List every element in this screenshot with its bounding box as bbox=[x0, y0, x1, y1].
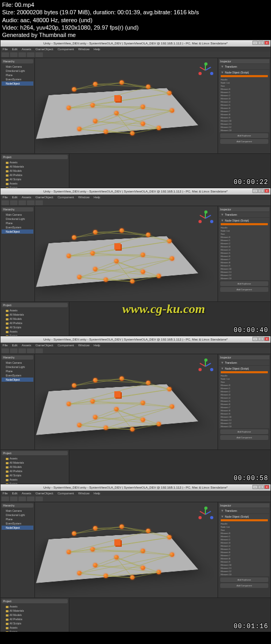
menu-gameobject[interactable]: GameObject bbox=[35, 344, 53, 347]
expand-icon[interactable]: ▼ bbox=[221, 515, 224, 518]
move-tool[interactable] bbox=[10, 496, 17, 501]
project-tab[interactable]: Project bbox=[2, 451, 68, 455]
orientation-gizmo[interactable] bbox=[197, 210, 213, 226]
folder-item[interactable]: Assets bbox=[2, 604, 68, 609]
folder-item[interactable]: All Materials bbox=[2, 164, 68, 169]
inspector-tab[interactable]: Inspector bbox=[219, 503, 269, 508]
menu-help[interactable]: Help bbox=[94, 196, 100, 199]
folder-item[interactable]: All Scripts bbox=[2, 325, 68, 329]
property-row[interactable]: Element 13 bbox=[220, 425, 269, 428]
menu-edit[interactable]: Edit bbox=[12, 344, 17, 347]
hand-tool[interactable] bbox=[2, 348, 9, 353]
folder-item[interactable]: All Scripts bbox=[2, 621, 68, 625]
rotate-tool[interactable] bbox=[19, 348, 26, 353]
folder-item[interactable]: All Scripts bbox=[2, 473, 68, 477]
hierarchy-item[interactable]: EventSystem bbox=[2, 77, 33, 81]
hierarchy-tab[interactable]: Hierarchy bbox=[2, 59, 33, 63]
center-cube[interactable] bbox=[114, 391, 121, 398]
menu-component[interactable]: Component bbox=[58, 344, 74, 347]
maximize-button[interactable]: □ bbox=[258, 337, 264, 341]
project-tab[interactable]: Project bbox=[2, 303, 68, 307]
scale-tool[interactable] bbox=[27, 52, 34, 57]
hierarchy-tab[interactable]: Hierarchy bbox=[2, 355, 33, 360]
menu-assets[interactable]: Assets bbox=[22, 492, 31, 495]
add-component-button[interactable]: Add Component bbox=[220, 583, 268, 588]
menu-help[interactable]: Help bbox=[94, 48, 100, 51]
hierarchy-item[interactable]: Directional Light bbox=[2, 365, 33, 369]
menu-file[interactable]: File bbox=[3, 48, 8, 51]
folder-item[interactable]: All Materials bbox=[2, 461, 68, 465]
folder-item[interactable]: All Materials bbox=[2, 312, 68, 317]
hierarchy-item-selected[interactable]: NodeObject bbox=[2, 378, 33, 382]
scene-view[interactable] bbox=[35, 354, 218, 449]
minimize-button[interactable]: - bbox=[252, 485, 258, 489]
close-button[interactable]: × bbox=[264, 41, 269, 45]
center-cube[interactable] bbox=[114, 95, 121, 102]
add-component-button[interactable]: Add Component bbox=[220, 139, 268, 144]
menu-file[interactable]: File bbox=[3, 344, 8, 347]
scale-tool[interactable] bbox=[27, 496, 34, 501]
folder-item[interactable]: All Prefabs bbox=[2, 173, 68, 177]
rect-tool[interactable] bbox=[35, 52, 43, 57]
folder-item[interactable]: Assets bbox=[2, 477, 68, 482]
close-button[interactable]: × bbox=[264, 485, 269, 489]
menu-file[interactable]: File bbox=[3, 492, 8, 495]
menu-gameobject[interactable]: GameObject bbox=[35, 492, 53, 495]
scene-view[interactable] bbox=[35, 502, 218, 597]
menu-edit[interactable]: Edit bbox=[12, 492, 17, 495]
menu-help[interactable]: Help bbox=[94, 492, 100, 495]
hierarchy-tab[interactable]: Hierarchy bbox=[2, 503, 33, 508]
menu-component[interactable]: Component bbox=[58, 48, 74, 51]
hierarchy-item[interactable]: Plane bbox=[2, 517, 33, 521]
inspector-tab[interactable]: Inspector bbox=[219, 59, 269, 63]
hierarchy-item[interactable]: EventSystem bbox=[2, 225, 33, 229]
expand-icon[interactable]: ▼ bbox=[221, 213, 224, 216]
hierarchy-item[interactable]: EventSystem bbox=[2, 521, 33, 526]
menu-assets[interactable]: Assets bbox=[22, 344, 31, 347]
add-component-button[interactable]: Add Component bbox=[220, 287, 268, 292]
hierarchy-item[interactable]: Main Camera bbox=[2, 509, 33, 513]
hierarchy-item[interactable]: Plane bbox=[2, 73, 33, 77]
close-button[interactable]: × bbox=[264, 337, 269, 341]
folder-item[interactable]: Scripts bbox=[2, 630, 68, 632]
folder-item[interactable]: All Models bbox=[2, 613, 68, 617]
hierarchy-item[interactable]: Plane bbox=[2, 221, 33, 225]
folder-item[interactable]: All Models bbox=[2, 169, 68, 173]
expand-icon[interactable]: ▼ bbox=[221, 219, 224, 222]
menu-file[interactable]: File bbox=[3, 196, 8, 199]
center-cube[interactable] bbox=[114, 243, 121, 250]
add-keyframe-button[interactable]: Add Keyframe bbox=[220, 133, 268, 138]
folder-item[interactable]: Assets bbox=[2, 625, 68, 630]
property-row[interactable]: Element 13 bbox=[220, 277, 269, 280]
folder-item[interactable]: All Models bbox=[2, 465, 68, 469]
scale-tool[interactable] bbox=[27, 200, 34, 205]
hierarchy-item[interactable]: Directional Light bbox=[2, 513, 33, 517]
folder-item[interactable]: All Scripts bbox=[2, 177, 68, 181]
maximize-button[interactable]: □ bbox=[258, 189, 264, 193]
menu-edit[interactable]: Edit bbox=[12, 196, 17, 199]
hierarchy-item[interactable]: Plane bbox=[2, 369, 33, 373]
menu-window[interactable]: Window bbox=[78, 48, 89, 51]
folder-item[interactable]: All Prefabs bbox=[2, 321, 68, 325]
scale-tool[interactable] bbox=[27, 348, 34, 353]
add-keyframe-button[interactable]: Add Keyframe bbox=[220, 281, 268, 286]
property-row[interactable]: Element 13 bbox=[220, 573, 269, 576]
scene-view[interactable] bbox=[35, 206, 218, 301]
menu-window[interactable]: Window bbox=[78, 196, 89, 199]
expand-icon[interactable]: ▼ bbox=[221, 71, 224, 74]
folder-item[interactable]: All Materials bbox=[2, 609, 68, 613]
hierarchy-item[interactable]: Main Camera bbox=[2, 213, 33, 217]
rect-tool[interactable] bbox=[35, 348, 43, 353]
folder-item[interactable]: All Models bbox=[2, 317, 68, 321]
expand-icon[interactable]: ▼ bbox=[221, 509, 224, 512]
hierarchy-item[interactable]: Directional Light bbox=[2, 69, 33, 73]
menu-gameobject[interactable]: GameObject bbox=[35, 48, 53, 51]
hierarchy-item-selected[interactable]: NodeObject bbox=[2, 526, 33, 530]
menu-component[interactable]: Component bbox=[58, 196, 74, 199]
center-cube[interactable] bbox=[114, 539, 121, 546]
menu-window[interactable]: Window bbox=[78, 344, 89, 347]
property-row[interactable]: Element 13 bbox=[220, 128, 269, 132]
expand-icon[interactable]: ▼ bbox=[221, 367, 224, 370]
move-tool[interactable] bbox=[10, 52, 17, 57]
folder-item[interactable]: All Prefabs bbox=[2, 617, 68, 621]
